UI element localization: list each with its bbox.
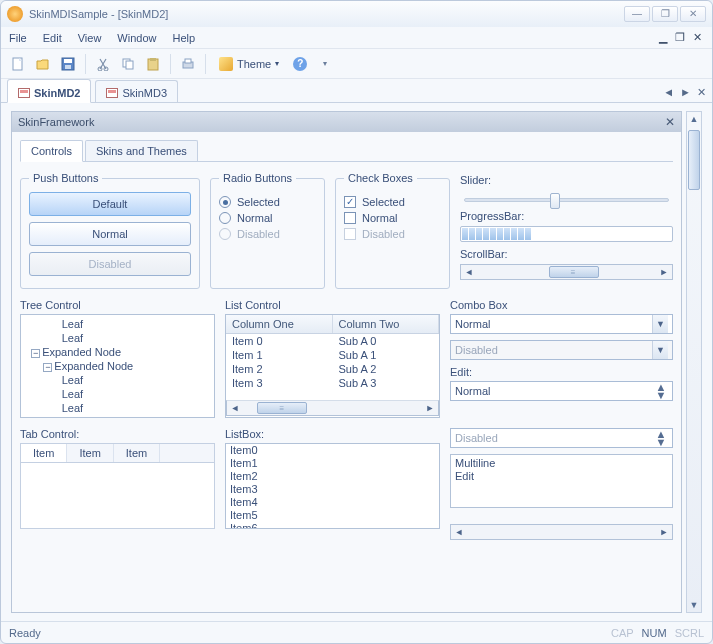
- document-tabs: SkinMD2 SkinMD3 ◄ ► ✕: [1, 79, 712, 103]
- chevron-down-icon[interactable]: ▼: [652, 315, 668, 333]
- document-icon: [106, 88, 118, 98]
- mdi-minimize-button[interactable]: ▁: [657, 30, 669, 45]
- save-icon[interactable]: [57, 53, 79, 75]
- doc-tab-skinmd3[interactable]: SkinMD3: [95, 80, 178, 102]
- collapse-icon[interactable]: −: [43, 363, 52, 372]
- multiline-hscrollbar[interactable]: ◄ ►: [450, 524, 673, 540]
- menu-help[interactable]: Help: [172, 32, 195, 44]
- panel-close-icon[interactable]: ✕: [665, 115, 675, 129]
- status-scrl: SCRL: [675, 627, 704, 639]
- chevron-down-icon[interactable]: ▾: [314, 53, 336, 75]
- help-icon[interactable]: ?: [289, 53, 311, 75]
- minimize-button[interactable]: —: [624, 6, 650, 22]
- cut-icon[interactable]: [92, 53, 114, 75]
- spinbox-normal[interactable]: Normal▲▼: [450, 381, 673, 401]
- tree-node[interactable]: Expanded Node: [54, 360, 133, 372]
- list-row[interactable]: Item 0Sub A 0: [226, 334, 439, 348]
- combobox-normal[interactable]: Normal▼: [450, 314, 673, 334]
- list-item[interactable]: Item5: [226, 509, 439, 522]
- slider-thumb[interactable]: [550, 193, 560, 209]
- paste-icon[interactable]: [142, 53, 164, 75]
- tree-leaf[interactable]: Leaf: [62, 388, 83, 400]
- collapse-icon[interactable]: −: [31, 349, 40, 358]
- statusbar: Ready CAP NUM SCRL: [1, 621, 712, 643]
- tab-close-icon[interactable]: ✕: [697, 86, 706, 99]
- radio-normal[interactable]: Normal: [219, 212, 316, 224]
- edit-label: Edit:: [450, 366, 673, 378]
- column-header[interactable]: Column One: [226, 315, 333, 333]
- normal-button[interactable]: Normal: [29, 222, 191, 246]
- list-item[interactable]: Item2: [226, 470, 439, 483]
- scroll-thumb[interactable]: ≡: [549, 266, 599, 278]
- scroll-down-icon[interactable]: ▼: [690, 598, 699, 612]
- app-window: SkinMDISample - [SkinMD2] — ❐ ✕ File Edi…: [0, 0, 713, 644]
- mdi-close-button[interactable]: ✕: [691, 30, 704, 45]
- list-item[interactable]: Item6: [226, 522, 439, 529]
- tree-leaf[interactable]: Leaf: [62, 332, 83, 344]
- list-item[interactable]: Item4: [226, 496, 439, 509]
- spin-down-icon: ▼: [654, 438, 668, 446]
- slider[interactable]: [464, 198, 669, 202]
- tree-leaf[interactable]: Leaf: [62, 402, 83, 414]
- radio-selected[interactable]: Selected: [219, 196, 316, 208]
- tab-prev-icon[interactable]: ◄: [663, 86, 674, 99]
- progressbar: [460, 226, 673, 242]
- open-folder-icon[interactable]: [32, 53, 54, 75]
- horizontal-scrollbar[interactable]: ◄ ≡ ►: [460, 264, 673, 280]
- combo-box-label: Combo Box: [450, 299, 673, 311]
- menu-edit[interactable]: Edit: [43, 32, 62, 44]
- tab-controls[interactable]: Controls: [20, 140, 83, 162]
- list-hscrollbar[interactable]: ◄ ≡ ►: [226, 400, 439, 416]
- list-item[interactable]: Item1: [226, 457, 439, 470]
- tree-node[interactable]: Expanded Node: [42, 346, 121, 358]
- list-row[interactable]: Item 3Sub A 3: [226, 376, 439, 390]
- scroll-thumb[interactable]: [688, 130, 700, 190]
- tab-control-label: Tab Control:: [20, 428, 215, 440]
- scroll-right-icon[interactable]: ►: [656, 525, 672, 539]
- doc-tab-skinmd2[interactable]: SkinMD2: [7, 79, 91, 103]
- tab-next-icon[interactable]: ►: [680, 86, 691, 99]
- scroll-right-icon[interactable]: ►: [422, 401, 438, 415]
- list-control[interactable]: Column OneColumn Two Item 0Sub A 0 Item …: [225, 314, 440, 418]
- scroll-thumb[interactable]: ≡: [257, 402, 307, 414]
- new-file-icon[interactable]: [7, 53, 29, 75]
- close-button[interactable]: ✕: [680, 6, 706, 22]
- tree-leaf[interactable]: Leaf: [62, 318, 83, 330]
- status-cap: CAP: [611, 627, 634, 639]
- list-row[interactable]: Item 2Sub A 2: [226, 362, 439, 376]
- copy-icon[interactable]: [117, 53, 139, 75]
- scroll-up-icon[interactable]: ▲: [690, 112, 699, 126]
- list-row[interactable]: Item 1Sub A 1: [226, 348, 439, 362]
- tabctrl-tab[interactable]: Item: [67, 444, 113, 462]
- scroll-right-icon[interactable]: ►: [656, 265, 672, 279]
- mdi-restore-button[interactable]: ❐: [673, 30, 687, 45]
- scroll-left-icon[interactable]: ◄: [227, 401, 243, 415]
- status-num: NUM: [642, 627, 667, 639]
- check-boxes-group: Check Boxes Selected Normal Disabled: [335, 172, 450, 289]
- list-item[interactable]: Item3: [226, 483, 439, 496]
- tabctrl-tab[interactable]: Item: [114, 444, 160, 462]
- tab-control: Item Item Item: [20, 443, 215, 529]
- menu-window[interactable]: Window: [117, 32, 156, 44]
- checkbox-selected[interactable]: Selected: [344, 196, 441, 208]
- checkbox-normal[interactable]: Normal: [344, 212, 441, 224]
- menu-file[interactable]: File: [9, 32, 27, 44]
- menu-view[interactable]: View: [78, 32, 102, 44]
- tree-leaf[interactable]: Leaf: [62, 374, 83, 386]
- spin-down-icon[interactable]: ▼: [654, 391, 668, 399]
- tree-control[interactable]: Leaf Leaf −Expanded Node −Expanded Node …: [20, 314, 215, 418]
- listbox[interactable]: Item0 Item1 Item2 Item3 Item4 Item5 Item…: [225, 443, 440, 529]
- tabctrl-tab[interactable]: Item: [21, 444, 67, 462]
- theme-dropdown[interactable]: Theme ▾: [212, 53, 286, 75]
- tab-skins-themes[interactable]: Skins and Themes: [85, 140, 198, 161]
- list-item[interactable]: Item0: [226, 444, 439, 457]
- scroll-left-icon[interactable]: ◄: [461, 265, 477, 279]
- panel-vscrollbar[interactable]: ▲ ▼: [686, 111, 702, 613]
- chevron-down-icon: ▼: [652, 341, 668, 359]
- maximize-button[interactable]: ❐: [652, 6, 678, 22]
- column-header[interactable]: Column Two: [333, 315, 440, 333]
- print-icon[interactable]: [177, 53, 199, 75]
- scroll-left-icon[interactable]: ◄: [451, 525, 467, 539]
- default-button[interactable]: Default: [29, 192, 191, 216]
- multiline-edit[interactable]: Multiline Edit: [450, 454, 673, 508]
